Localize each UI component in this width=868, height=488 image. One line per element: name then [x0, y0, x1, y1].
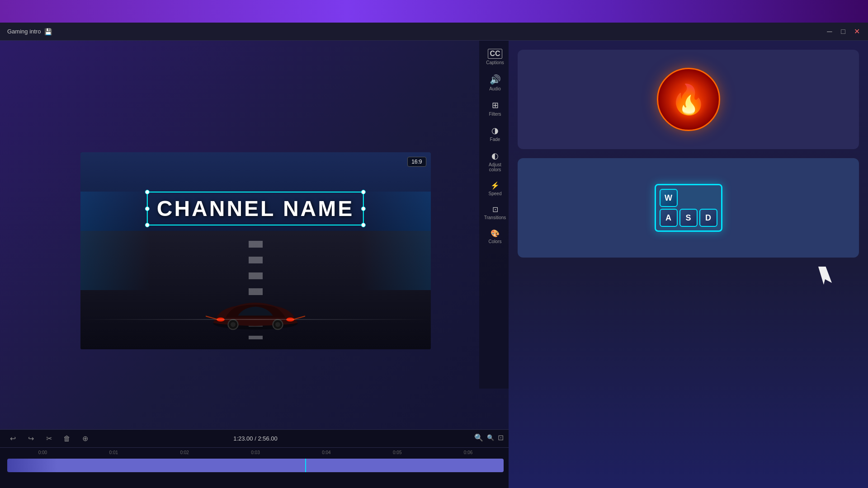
add-button[interactable]: ⊕	[80, 433, 90, 444]
cursor-arrow-icon	[818, 267, 832, 285]
close-button[interactable]: ✕	[853, 28, 861, 36]
ruler-mark-3: 0:03	[220, 450, 291, 455]
playhead	[305, 459, 306, 472]
handle-bottom-left[interactable]	[145, 223, 150, 227]
handle-middle-right[interactable]	[361, 206, 366, 211]
minimize-button[interactable]: ─	[826, 28, 834, 36]
ruler-mark-6: 0:06	[433, 450, 504, 455]
fire-icon: 🔥	[670, 83, 707, 117]
timeline-track[interactable]	[7, 459, 504, 472]
timeline-area: ↩ ↪ ✂ 🗑 ⊕ 1:23.00 / 2:56.00 🔍 🔍 ⊡ 0:00 0…	[0, 429, 511, 488]
delete-button[interactable]: 🗑	[61, 433, 72, 444]
zoom-out-button[interactable]: 🔍	[487, 434, 494, 441]
save-icon: 💾	[44, 28, 52, 35]
fire-logo-card: 🔥	[518, 50, 859, 149]
cursor-area	[518, 267, 832, 285]
cut-button[interactable]: ✂	[43, 433, 54, 444]
video-background	[80, 152, 431, 349]
timeline-toolbar: ↩ ↪ ✂ 🗑 ⊕ 1:23.00 / 2:56.00 🔍 🔍 ⊡	[0, 430, 511, 448]
ruler-mark-4: 0:04	[291, 450, 362, 455]
ruler-mark-1: 0:01	[78, 450, 149, 455]
maximize-button[interactable]: □	[839, 28, 847, 36]
channel-name-text: CHANNEL NAME	[157, 197, 354, 221]
project-title: Gaming intro	[7, 28, 41, 35]
zoom-controls: 🔍 🔍 ⊡	[474, 433, 504, 442]
window-controls: ─ □ ✕	[826, 28, 861, 36]
video-area: CHANNEL NAME 16:9	[0, 41, 511, 461]
fit-timeline-button[interactable]: ⊡	[498, 433, 504, 442]
svg-point-6	[275, 322, 280, 327]
window-chrome: Gaming intro 💾 ─ □ ✕	[0, 23, 868, 41]
main-area: CHANNEL NAME 16:9 ⏮ ↺ ▶ ↻ ⏭ ⛶ ↩ ↪	[0, 41, 511, 488]
zoom-in-button[interactable]: 🔍	[474, 433, 483, 442]
redo-button[interactable]: ↪	[25, 433, 36, 444]
key-row-top: W	[660, 189, 717, 207]
keyboard-card: W A S D	[518, 158, 859, 258]
video-container: CHANNEL NAME 16:9	[80, 152, 431, 349]
fire-logo: 🔥	[657, 68, 720, 131]
key-s: S	[679, 209, 698, 227]
car-svg	[206, 294, 305, 333]
handle-top-left[interactable]	[145, 190, 150, 194]
ruler-mark-0: 0:00	[7, 450, 78, 455]
timeline-ruler: 0:00 0:01 0:02 0:03 0:04 0:05 0:06	[0, 448, 511, 457]
ruler-mark-5: 0:05	[362, 450, 433, 455]
ruler-marks-container: 0:00 0:01 0:02 0:03 0:04 0:05 0:06	[7, 450, 504, 455]
keyboard-logo: W A S D	[655, 184, 722, 232]
text-overlay[interactable]: CHANNEL NAME	[147, 192, 364, 225]
ruler-mark-2: 0:02	[149, 450, 220, 455]
key-w: W	[660, 189, 678, 207]
window-title-container: Gaming intro 💾	[7, 28, 52, 35]
undo-button[interactable]: ↩	[7, 433, 18, 444]
key-a: A	[660, 209, 678, 227]
timeline-time-display: 1:23.00 / 2:56.00	[233, 435, 278, 442]
handle-middle-left[interactable]	[145, 206, 150, 211]
key-d: D	[699, 209, 717, 227]
top-bar	[0, 0, 868, 23]
svg-point-5	[231, 322, 236, 327]
media-panel: 🔥 W A S D	[509, 41, 868, 488]
aspect-ratio-badge: 16:9	[407, 157, 426, 167]
key-row-bottom: A S D	[660, 209, 717, 227]
